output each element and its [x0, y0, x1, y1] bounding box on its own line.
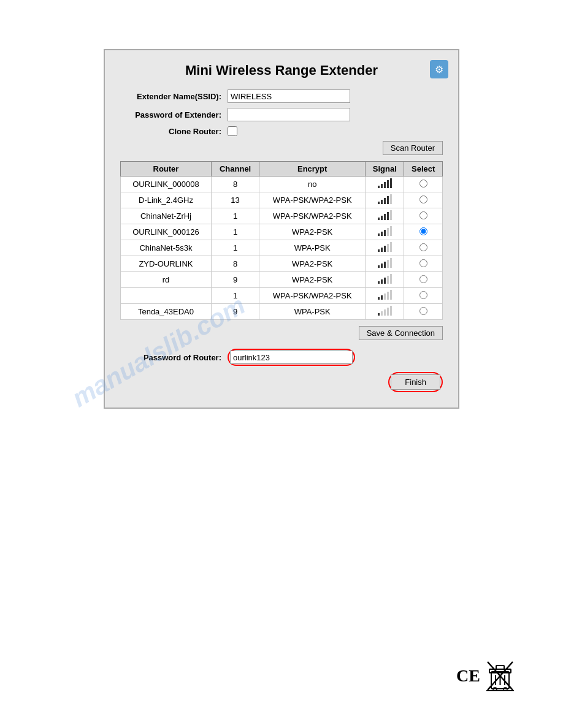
- cell-router: ZYD-OURLINK: [121, 256, 212, 272]
- cell-select[interactable]: [404, 176, 443, 192]
- select-radio[interactable]: [419, 180, 427, 188]
- signal-bars: [378, 242, 392, 252]
- svg-rect-2: [496, 665, 504, 669]
- cell-signal: [366, 256, 404, 272]
- password-extender-row: Password of Extender:: [120, 108, 443, 121]
- cell-encrypt: WPA-PSK/WPA2-PSK: [259, 192, 366, 208]
- select-radio[interactable]: [419, 211, 427, 219]
- table-row: Tenda_43EDA09WPA-PSK: [121, 304, 443, 320]
- save-connection-button[interactable]: Save & Connection: [359, 326, 443, 340]
- cell-select[interactable]: [404, 224, 443, 240]
- table-row: ZYD-OURLINK8WPA2-PSK: [121, 256, 443, 272]
- cell-select[interactable]: [404, 288, 443, 304]
- password-router-highlight: [228, 349, 355, 366]
- main-panel: Mini Wireless Range Extender ⚙ Extender …: [104, 49, 459, 409]
- cell-select[interactable]: [404, 256, 443, 272]
- cell-signal: [366, 304, 404, 320]
- password-extender-input[interactable]: [228, 108, 350, 121]
- cell-select[interactable]: [404, 240, 443, 256]
- signal-bars: [378, 226, 392, 236]
- cell-select[interactable]: [404, 208, 443, 224]
- cell-signal: [366, 192, 404, 208]
- cell-router: ChinaNet-ZrHj: [121, 208, 212, 224]
- cell-signal: [366, 272, 404, 288]
- page-wrapper: Mini Wireless Range Extender ⚙ Extender …: [0, 0, 563, 409]
- table-row: ChinaNet-ZrHj1WPA-PSK/WPA2-PSK: [121, 208, 443, 224]
- signal-bars: [378, 210, 392, 220]
- col-header-select: Select: [404, 162, 443, 176]
- cell-signal: [366, 176, 404, 192]
- table-row: 1WPA-PSK/WPA2-PSK: [121, 288, 443, 304]
- select-radio[interactable]: [419, 259, 427, 267]
- scan-row: Scan Router: [120, 141, 443, 155]
- cell-encrypt: WPA-PSK/WPA2-PSK: [259, 288, 366, 304]
- table-row: OURLINK_0000088no: [121, 176, 443, 192]
- scan-router-button[interactable]: Scan Router: [383, 141, 443, 155]
- ce-mark: CE: [456, 666, 480, 686]
- select-radio[interactable]: [419, 227, 427, 235]
- gear-icon: ⚙: [435, 64, 443, 75]
- table-row: ChinaNet-5s3k1WPA-PSK: [121, 240, 443, 256]
- password-router-input[interactable]: [230, 351, 353, 364]
- finish-row: Finish: [120, 372, 443, 392]
- cell-channel: 1: [211, 240, 259, 256]
- cell-signal: [366, 288, 404, 304]
- cell-router: OURLINK_000008: [121, 176, 212, 192]
- cell-channel: 8: [211, 176, 259, 192]
- signal-bars: [378, 258, 392, 268]
- cell-encrypt: WPA2-PSK: [259, 256, 366, 272]
- signal-bars: [378, 274, 392, 284]
- select-radio[interactable]: [419, 195, 427, 203]
- save-row: Save & Connection: [120, 326, 443, 340]
- cell-encrypt: WPA-PSK: [259, 240, 366, 256]
- bottom-logos: CE: [456, 661, 514, 691]
- cell-encrypt: WPA-PSK: [259, 304, 366, 320]
- cell-channel: 8: [211, 256, 259, 272]
- extender-name-input[interactable]: [228, 89, 350, 103]
- network-table: Router Channel Encrypt Signal Select OUR…: [120, 161, 443, 320]
- signal-bars: [378, 194, 392, 204]
- col-header-signal: Signal: [366, 162, 404, 176]
- table-row: OURLINK_0001261WPA2-PSK: [121, 224, 443, 240]
- gear-button[interactable]: ⚙: [430, 60, 448, 78]
- password-extender-label: Password of Extender:: [120, 110, 228, 119]
- cell-select[interactable]: [404, 304, 443, 320]
- cell-router: Tenda_43EDA0: [121, 304, 212, 320]
- select-radio[interactable]: [419, 291, 427, 299]
- extender-name-row: Extender Name(SSID):: [120, 89, 443, 103]
- finish-button[interactable]: Finish: [391, 374, 440, 390]
- table-row: D-Link_2.4GHz13WPA-PSK/WPA2-PSK: [121, 192, 443, 208]
- cell-channel: 1: [211, 208, 259, 224]
- clone-router-checkbox[interactable]: [228, 126, 237, 136]
- col-header-encrypt: Encrypt: [259, 162, 366, 176]
- col-header-router: Router: [121, 162, 212, 176]
- cell-channel: 9: [211, 272, 259, 288]
- weee-icon: [486, 661, 514, 691]
- clone-router-label: Clone Router:: [120, 127, 228, 136]
- cell-encrypt: WPA-PSK/WPA2-PSK: [259, 208, 366, 224]
- finish-btn-wrapper: Finish: [388, 372, 443, 392]
- cell-signal: [366, 208, 404, 224]
- cell-router: D-Link_2.4GHz: [121, 192, 212, 208]
- signal-bars: [378, 178, 392, 188]
- select-radio[interactable]: [419, 275, 427, 283]
- select-radio[interactable]: [419, 243, 427, 251]
- cell-signal: [366, 240, 404, 256]
- col-header-channel: Channel: [211, 162, 259, 176]
- cell-router: rd: [121, 272, 212, 288]
- cell-select[interactable]: [404, 192, 443, 208]
- cell-router: [121, 288, 212, 304]
- cell-encrypt: no: [259, 176, 366, 192]
- cell-router: ChinaNet-5s3k: [121, 240, 212, 256]
- select-radio[interactable]: [419, 307, 427, 315]
- cell-signal: [366, 224, 404, 240]
- password-router-label: Password of Router:: [120, 353, 228, 362]
- cell-router: OURLINK_000126: [121, 224, 212, 240]
- extender-name-label: Extender Name(SSID):: [120, 92, 228, 101]
- cell-encrypt: WPA2-PSK: [259, 272, 366, 288]
- table-row: rd9WPA2-PSK: [121, 272, 443, 288]
- cell-encrypt: WPA2-PSK: [259, 224, 366, 240]
- cell-channel: 13: [211, 192, 259, 208]
- password-router-row: Password of Router:: [120, 349, 443, 366]
- cell-select[interactable]: [404, 272, 443, 288]
